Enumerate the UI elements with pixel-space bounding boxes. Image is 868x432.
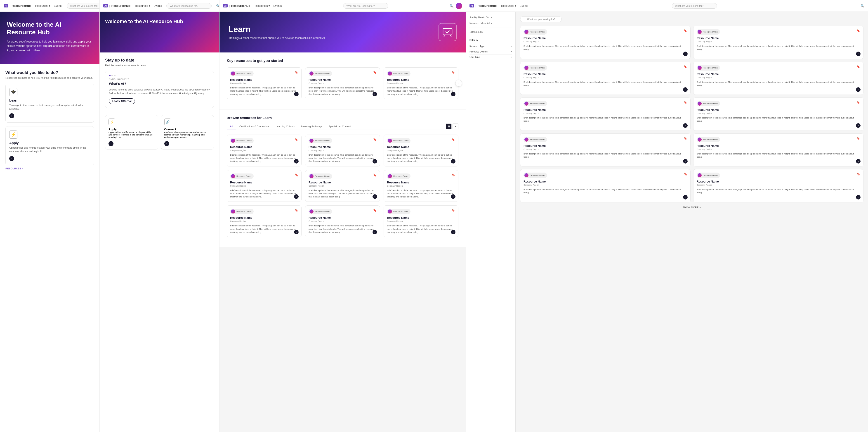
carousel-next-btn[interactable]: › [455, 80, 462, 87]
browse-bookmark-8[interactable]: 🔖 [373, 209, 377, 212]
apply-card[interactable]: ⚡ Apply Opportunities and forums to appl… [5, 126, 94, 165]
browse-arrow-2[interactable]: › [373, 159, 377, 164]
browse-card-1[interactable]: Resource Owner 🔖 Resource Name Company R… [227, 135, 302, 167]
search-box-p3[interactable]: What are you looking for? [343, 3, 388, 8]
r5-bookmark[interactable]: 🔖 [684, 101, 687, 104]
nav-resources-p3[interactable]: Resources ▾ [255, 4, 270, 7]
browse-card-7[interactable]: Resource Owner 🔖 Resource Name Company R… [227, 205, 302, 237]
apply-card-p2[interactable]: ⚡ Apply Opportunities and forums to appl… [105, 115, 158, 149]
grid-view-btn[interactable]: ⊞ [446, 123, 452, 129]
nav-events-p3[interactable]: Events [274, 4, 282, 7]
r10-bookmark[interactable]: 🔖 [857, 173, 860, 176]
tab-certifications[interactable]: Certifications & Credentials [236, 123, 273, 129]
browse-arrow-7[interactable]: › [294, 230, 299, 234]
browse-bookmark-4[interactable]: 🔖 [295, 173, 298, 177]
browse-bookmark-3[interactable]: 🔖 [452, 138, 455, 141]
r3-bookmark[interactable]: 🔖 [684, 65, 687, 68]
result-card-10[interactable]: Resource Owner 🔖 Resource Name Company R… [693, 169, 864, 202]
browse-card-3[interactable]: Resource Owner 🔖 Resource Name Company R… [383, 135, 458, 167]
browse-card-6[interactable]: Resource Owner 🔖 Resource Name Company R… [383, 170, 458, 202]
result-card-4[interactable]: Resource Owner 🔖 Resource Name Company R… [693, 62, 864, 95]
r9-arrow[interactable]: › [683, 195, 688, 200]
filter-owners-row[interactable]: Resource Owners ▾ [469, 49, 512, 55]
tab-pathways[interactable]: Learning Pathways [298, 123, 326, 129]
search-icon-p3[interactable]: 🔍 [450, 4, 454, 8]
r7-arrow[interactable]: › [683, 159, 688, 164]
r6-arrow[interactable]: › [856, 123, 861, 128]
browse-bookmark-1[interactable]: 🔖 [295, 138, 298, 141]
browse-arrow-8[interactable]: › [373, 230, 377, 234]
bookmark-icon-2[interactable]: 🔖 [373, 71, 377, 74]
browse-bookmark-7[interactable]: 🔖 [295, 209, 298, 212]
browse-arrow-9[interactable]: › [451, 230, 456, 234]
resource-arrow-3[interactable]: › [451, 92, 456, 96]
apply-arrow-p2[interactable]: › [108, 141, 114, 146]
browse-arrow-1[interactable]: › [294, 159, 299, 164]
filter-usertype-row[interactable]: User Type ▾ [469, 55, 512, 60]
browse-bookmark-5[interactable]: 🔖 [373, 173, 377, 177]
browse-bookmark-2[interactable]: 🔖 [373, 138, 377, 141]
r2-bookmark[interactable]: 🔖 [857, 29, 860, 32]
browse-card-4[interactable]: Resource Owner 🔖 Resource Name Company R… [227, 170, 302, 202]
bookmark-icon-3[interactable]: 🔖 [452, 71, 455, 74]
browse-arrow-3[interactable]: › [451, 159, 456, 164]
result-card-2[interactable]: Resource Owner 🔖 Resource Name Company R… [693, 26, 864, 59]
r10-arrow[interactable]: › [856, 195, 861, 200]
r4-bookmark[interactable]: 🔖 [857, 65, 860, 68]
search-icon-p4[interactable]: 🔍 [861, 4, 864, 8]
r5-arrow[interactable]: › [683, 123, 688, 128]
browse-card-2[interactable]: Resource Owner 🔖 Resource Name Company R… [305, 135, 380, 167]
result-card-8[interactable]: Resource Owner 🔖 Resource Name Company R… [693, 134, 864, 167]
resource-card-2[interactable]: Resource Owner 🔖 Resource Name Company R… [305, 67, 380, 99]
apply-arrow[interactable]: › [9, 156, 14, 161]
resource-card-3[interactable]: Resource Owner 🔖 Resource Name Company R… [383, 67, 458, 99]
r1-arrow[interactable]: › [683, 52, 688, 56]
resource-card-1[interactable]: Resource Owner 🔖 Resource Name Company R… [227, 67, 302, 99]
filter-type-row[interactable]: Resource Type ▾ [469, 44, 512, 49]
r8-arrow[interactable]: › [856, 159, 861, 164]
tab-cohorts[interactable]: Learning Cohorts [273, 123, 298, 129]
result-card-1[interactable]: Resource Owner 🔖 Resource Name Company R… [520, 26, 690, 59]
browse-card-8[interactable]: Resource Owner 🔖 Resource Name Company R… [305, 205, 380, 237]
connect-card-p2[interactable]: 🔗 Connect Platforms where you can share … [161, 115, 214, 149]
search-icon-p2[interactable]: 🔍 [216, 4, 219, 8]
nav-events[interactable]: Events [54, 4, 62, 7]
learn-card[interactable]: 🎓 Learn Trainings & other resources that… [5, 84, 94, 123]
result-card-7[interactable]: Resource Owner 🔖 Resource Name Company R… [520, 134, 690, 167]
resource-arrow-1[interactable]: › [294, 92, 299, 96]
results-search-input[interactable] [520, 16, 562, 22]
r9-bookmark[interactable]: 🔖 [684, 173, 687, 176]
browse-bookmark-9[interactable]: 🔖 [452, 209, 455, 212]
nav-events-p4[interactable]: Events [520, 4, 528, 7]
nav-resources[interactable]: Resources ▾ [35, 4, 50, 7]
learn-btn[interactable]: LEARN ABOUT AI [109, 98, 135, 104]
result-card-9[interactable]: Resource Owner 🔖 Resource Name Company R… [520, 169, 690, 202]
learn-arrow[interactable]: › [9, 113, 14, 118]
show-more-btn[interactable]: SHOW MORE ∨ [520, 202, 864, 212]
r8-bookmark[interactable]: 🔖 [857, 137, 860, 140]
tab-all[interactable]: All [227, 123, 236, 130]
connect-arrow-p2[interactable]: › [164, 141, 169, 146]
r4-arrow[interactable]: › [856, 87, 861, 92]
r6-bookmark[interactable]: 🔖 [857, 101, 860, 104]
r1-bookmark[interactable]: 🔖 [684, 29, 687, 32]
nav-resources-p4[interactable]: Resources ▾ [501, 4, 516, 7]
r2-arrow[interactable]: › [856, 52, 861, 56]
result-card-3[interactable]: Resource Owner 🔖 Resource Name Company R… [520, 62, 690, 95]
browse-bookmark-6[interactable]: 🔖 [452, 173, 455, 177]
avatar-p3[interactable] [456, 3, 462, 9]
result-card-6[interactable]: Resource Owner 🔖 Resource Name Company R… [693, 97, 864, 131]
result-card-5[interactable]: Resource Owner 🔖 Resource Name Company R… [520, 97, 690, 131]
browse-card-5[interactable]: Resource Owner 🔖 Resource Name Company R… [305, 170, 380, 202]
nav-resources-p2[interactable]: Resources ▾ [135, 4, 150, 7]
view-resources-link[interactable]: RESOURCES › [5, 167, 94, 170]
tab-specialized[interactable]: Specialized Content [326, 123, 354, 129]
search-box-p4[interactable]: What are you looking for? [672, 3, 717, 8]
browse-card-9[interactable]: Resource Owner 🔖 Resource Name Company R… [383, 205, 458, 237]
r3-arrow[interactable]: › [683, 87, 688, 92]
nav-events-p2[interactable]: Events [154, 4, 162, 7]
r7-bookmark[interactable]: 🔖 [684, 137, 687, 140]
list-view-btn[interactable]: ≡ [453, 123, 458, 129]
resource-arrow-2[interactable]: › [373, 92, 377, 96]
bookmark-icon-1[interactable]: 🔖 [295, 71, 298, 74]
